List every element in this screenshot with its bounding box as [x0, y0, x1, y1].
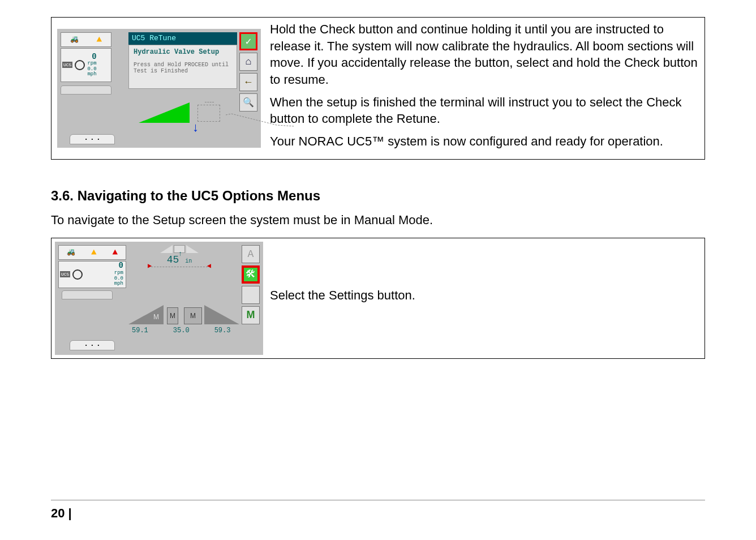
boom-left-value: 59.1: [132, 327, 148, 335]
ucs-badge: UC5: [62, 62, 72, 68]
instruction-text-retune: Hold the Check button and continue holdi…: [267, 18, 705, 159]
check-button[interactable]: ✓: [239, 32, 257, 50]
tractor-icon: 🚜: [70, 35, 79, 44]
boom-height-values: 59.1 35.0 59.3: [132, 327, 239, 335]
boom-left-mode: M: [153, 313, 159, 321]
boom-center-icon: [197, 105, 220, 122]
dialog-title: UC5 ReTune: [128, 32, 237, 45]
boom-right-mini-icon: [186, 245, 199, 253]
mode-button[interactable]: M: [242, 306, 260, 324]
height-range-line: ↑ ▶ ◀: [151, 267, 208, 267]
settings-instruction: Select the Settings button.: [270, 287, 415, 304]
down-arrow-icon: ↓: [192, 121, 199, 135]
uc5-main-screenshot: 🚜 ▲ ▲ UC5 0 rpm 0.0 mph •••: [55, 242, 263, 355]
tractor-icon: 🚜: [67, 248, 75, 256]
dialog-heading: Hydraulic Valve Setup: [134, 48, 232, 56]
rpm-value: 0: [119, 261, 123, 270]
boom-center-value: 35.0: [173, 327, 190, 335]
zoom-button[interactable]: 🔍: [239, 93, 257, 112]
speed-readout: 0 rpm 0.0 mph: [114, 262, 123, 287]
footer-rule: [51, 500, 705, 500]
height-readout: 45 in ↑ ▶ ◀: [151, 245, 208, 267]
gauge-icon: [75, 60, 85, 70]
dialog-subtext: Press and Hold PROCEED until Test is Fin…: [134, 62, 232, 74]
page-number: 20 |: [51, 506, 72, 521]
boom-right-mode: M: [184, 307, 202, 324]
tank-indicator: [61, 83, 128, 95]
tank-shape-icon: [61, 85, 111, 95]
boom-right-icon: [204, 305, 239, 324]
left-arrow-icon: ◀: [207, 262, 211, 270]
boom-visualization: ↓: [128, 96, 237, 135]
warning-icon-yellow: ▲: [91, 247, 97, 258]
section-intro: To navigate to the Setup screen the syst…: [51, 213, 705, 228]
spacer-button: [242, 286, 260, 304]
boom-left-mini-icon: [160, 245, 173, 253]
boom-left-green-icon: [139, 102, 190, 123]
floor-indicator: •••: [70, 134, 115, 144]
speed-readout: 0 rpm 0.0 mph: [87, 53, 96, 77]
right-button-column: ✓ ⌂ ← 🔍: [239, 32, 257, 112]
settings-button[interactable]: 🛠: [242, 265, 260, 284]
instruction-row-settings: 🚜 ▲ ▲ UC5 0 rpm 0.0 mph •••: [51, 238, 705, 359]
speed-unit: mph: [114, 281, 123, 287]
tank-indicator: [62, 290, 124, 302]
readout-bar: UC5 0 rpm 0.0 mph: [61, 48, 111, 82]
instruction-text-settings: Select the Settings button.: [267, 238, 705, 358]
uc5-retune-screenshot: 🚜 ▲ UC5 0 rpm 0.0 mph ••• UC5 ReTune: [57, 29, 261, 148]
retune-paragraph-2: When the setup is finished the terminal …: [270, 94, 701, 127]
height-unit: in: [185, 258, 192, 264]
tank-shape-icon: [62, 290, 113, 299]
boom-right-icon: [226, 113, 294, 127]
speed-unit: mph: [87, 72, 96, 77]
floor-indicator: •••: [70, 340, 115, 350]
boom-mode-row: M M M: [128, 296, 239, 324]
screenshot-cell-retune: 🚜 ▲ UC5 0 rpm 0.0 mph ••• UC5 ReTune: [51, 18, 267, 159]
screenshot-cell-settings: 🚜 ▲ ▲ UC5 0 rpm 0.0 mph •••: [51, 238, 267, 358]
instruction-row-retune: 🚜 ▲ UC5 0 rpm 0.0 mph ••• UC5 ReTune: [51, 17, 705, 160]
back-button[interactable]: ←: [239, 73, 257, 91]
readout-bar: UC5 0 rpm 0.0 mph: [58, 261, 126, 288]
status-bar: 🚜 ▲ ▲: [58, 245, 126, 260]
right-button-column: A 🛠 M: [242, 245, 260, 324]
status-bar: 🚜 ▲: [61, 32, 111, 47]
boom-center-mode: M: [167, 307, 178, 324]
gauge-icon: [72, 269, 83, 280]
section-heading: 3.6. Navigating to the UC5 Options Menus: [51, 188, 705, 204]
retune-paragraph-1: Hold the Check button and continue holdi…: [270, 21, 701, 88]
rpm-value: 0: [92, 52, 96, 61]
boom-right-value: 59.3: [214, 327, 231, 335]
retune-paragraph-3: Your NORAC UC5™ system is now configured…: [270, 133, 701, 150]
up-arrow-icon: ↑: [178, 250, 182, 258]
ucs-badge: UC5: [60, 271, 70, 277]
dialog-panel: Hydraulic Valve Setup Press and Hold PRO…: [128, 45, 237, 89]
warning-icon-red: ▲: [112, 247, 118, 258]
auto-button[interactable]: A: [242, 245, 260, 263]
right-arrow-icon: ▶: [148, 262, 152, 270]
home-button[interactable]: ⌂: [239, 53, 257, 71]
height-number: 45: [167, 254, 179, 265]
warning-icon: ▲: [97, 35, 102, 45]
